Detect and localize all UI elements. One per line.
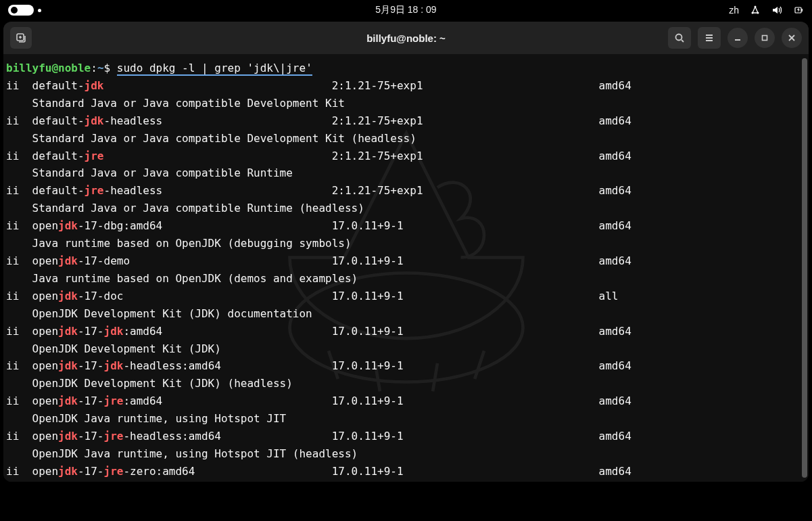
status-tray: zh [729, 5, 804, 16]
terminal-window: billyfu@noble: ~ [3, 22, 809, 482]
svg-rect-7 [763, 36, 767, 41]
input-method-indicator[interactable]: zh [729, 5, 739, 16]
terminal-output: billyfu@noble:~$ sudo dpkg -l | grep 'jd… [6, 60, 806, 480]
volume-icon[interactable] [771, 5, 782, 16]
battery-icon[interactable] [793, 5, 804, 16]
maximize-button[interactable] [755, 28, 775, 48]
new-tab-button[interactable] [10, 27, 32, 49]
scrollbar[interactable] [802, 58, 807, 478]
menu-button[interactable] [698, 27, 721, 49]
titlebar: billyfu@noble: ~ [3, 22, 809, 54]
network-icon[interactable] [750, 5, 761, 16]
clock[interactable]: 5月9日 18 : 09 [375, 4, 436, 16]
svg-rect-4 [802, 9, 803, 12]
activities-area[interactable] [8, 5, 41, 16]
close-button[interactable] [782, 28, 802, 48]
activities-dot-icon [38, 9, 41, 12]
minimize-button[interactable] [727, 28, 748, 48]
window-title: billyfu@noble: ~ [366, 32, 446, 44]
activities-pill-icon [8, 5, 34, 16]
gnome-top-bar: 5月9日 18 : 09 zh [0, 0, 812, 20]
terminal-body[interactable]: billyfu@noble:~$ sudo dpkg -l | grep 'jd… [3, 54, 809, 482]
search-button[interactable] [668, 27, 691, 49]
svg-point-6 [676, 35, 682, 41]
